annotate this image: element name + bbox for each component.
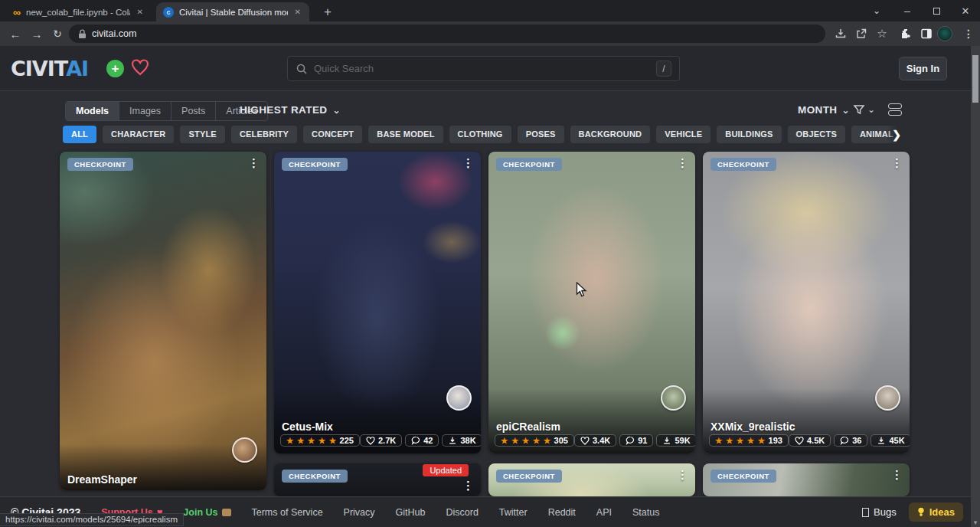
model-card-dreamshaper[interactable]: CHECKPOINT ⋮ DreamShaper [60,152,266,490]
card-menu-dots-icon[interactable]: ⋮ [462,479,474,493]
downloads-pill: 45K [871,434,910,447]
footer-link-api[interactable]: API [596,507,612,518]
period-dropdown[interactable]: MONTH ⌄ [798,104,850,116]
creator-avatar[interactable] [446,385,472,411]
chip-poses[interactable]: POSES [518,126,564,143]
chip-all[interactable]: ALL [63,126,96,143]
page-scrollbar[interactable]: ▾ [971,46,980,527]
star-icon: ★ [758,436,766,445]
footer-link-twitter[interactable]: Twitter [499,507,528,518]
model-card-epicrealism[interactable]: CHECKPOINT ⋮ epiCRealism ★★★★★ 305 3.4K … [488,152,695,453]
chip-background[interactable]: BACKGROUND [570,126,651,143]
share-icon[interactable] [851,21,871,46]
model-type-badge: CHECKPOINT [282,158,348,171]
colab-icon: ∞ [13,7,21,18]
scrollbar-down-arrow-icon[interactable]: ▾ [971,519,980,526]
card-menu-dots-icon[interactable]: ⋮ [248,156,260,170]
model-stats-row: ★★★★★ 193 4.5K 36 45K [709,434,903,447]
model-card-partial[interactable]: CHECKPOINT ⋮ [488,463,695,496]
chip-clothing[interactable]: CLOTHING [449,126,511,143]
new-tab-button[interactable]: + [318,3,337,21]
window-menu-chevron-icon[interactable]: ⌄ [864,0,890,21]
comment-icon [626,436,635,445]
window-close-button[interactable]: ✕ [952,0,978,21]
window-minimize-button[interactable]: – [894,0,920,21]
card-menu-dots-icon[interactable]: ⋮ [677,156,688,170]
chip-buildings[interactable]: BUILDINGS [717,126,781,143]
quick-search-box[interactable]: / [287,56,680,81]
chip-style[interactable]: STYLE [180,126,224,143]
bugs-button[interactable]: Bugs [862,506,897,518]
stat-pill-group: 2.7K 42 38K [360,434,481,447]
extensions-puzzle-icon[interactable] [896,21,916,46]
card-menu-dots-icon[interactable]: ⋮ [891,156,903,170]
address-bar[interactable]: civitai.com [69,25,825,43]
creator-avatar[interactable] [875,385,900,411]
download-tray-icon[interactable] [831,21,851,46]
browser-tab-colab[interactable]: ∞ new_colab_file.ipynb - Colaborat ✕ [6,2,152,21]
sort-dropdown[interactable]: HIGHEST RATED ⌄ [240,104,341,116]
chips-scroll-right-caret-icon[interactable]: ❯ [887,126,906,144]
back-button[interactable]: ← [5,21,26,46]
model-stats-row: ★★★★★ 305 3.4K 91 59K [495,434,689,447]
footer-link-status[interactable]: Status [632,507,659,518]
browser-menu-dots-icon[interactable]: ⋮ [959,21,978,46]
bookmark-star-icon[interactable]: ☆ [872,21,892,46]
star-icon: ★ [533,436,541,445]
footer-link-privacy[interactable]: Privacy [344,507,375,518]
card-menu-dots-icon[interactable]: ⋮ [677,468,688,482]
tab-models[interactable]: Models [66,102,119,120]
model-preview-image [60,152,266,490]
civitai-logo[interactable]: CIVITAI [11,57,88,80]
model-card-cetus-mix[interactable]: CHECKPOINT ⋮ Cetus-Mix ★★★★★ 225 2.7K 42 [274,152,481,453]
chip-vehicle[interactable]: VEHICLE [656,126,710,143]
model-type-badge: CHECKPOINT [496,470,562,483]
model-stats-row: ★★★★★ 225 2.7K 42 38K [280,434,475,447]
rating-pill: ★★★★★ 305 [495,434,574,447]
chip-concept[interactable]: CONCEPT [303,126,362,143]
sign-in-button[interactable]: Sign In [899,57,947,80]
creator-avatar[interactable] [232,437,257,463]
model-card-partial[interactable]: CHECKPOINT Updated ⋮ [274,463,481,496]
filter-dropdown[interactable]: ⌄ [853,103,875,116]
close-icon[interactable]: ✕ [136,8,145,16]
link-status-bar: https://civitai.com/models/25694/epicrea… [0,513,184,526]
creator-avatar[interactable] [661,385,686,411]
side-panel-icon[interactable] [916,21,936,46]
favorites-heart-icon[interactable] [131,59,149,79]
chip-objects[interactable]: OBJECTS [788,126,845,143]
downloads-count: 38K [460,436,475,445]
tab-posts[interactable]: Posts [172,102,216,120]
search-input[interactable] [314,63,650,74]
card-menu-dots-icon[interactable]: ⋮ [891,468,903,482]
model-card-xxmix-9realistic[interactable]: CHECKPOINT ⋮ XXMix_9realistic ★★★★★ 193 … [703,152,910,453]
chip-character[interactable]: CHARACTER [103,126,174,143]
tab-images[interactable]: Images [119,102,172,120]
upload-plus-button[interactable]: + [106,60,124,77]
ideas-button[interactable]: Ideas [909,502,963,522]
footer-link-github[interactable]: GitHub [396,507,426,518]
scrollbar-thumb[interactable] [972,55,978,103]
chip-celebrity[interactable]: CELEBRITY [231,126,297,143]
footer-link-join-us[interactable]: Join Us [183,507,230,518]
window-maximize-button[interactable] [923,0,949,21]
layout-toggle-button[interactable] [888,103,902,116]
close-icon[interactable]: ✕ [293,8,302,16]
footer-link-reddit[interactable]: Reddit [548,507,576,518]
browser-profile-avatar[interactable] [937,26,952,41]
bug-icon [862,508,869,517]
model-type-badge: CHECKPOINT [710,158,776,171]
browser-tab-civitai[interactable]: c Civitai | Stable Diffusion models, ✕ [156,2,309,21]
rating-pill: ★★★★★ 193 [709,434,789,447]
footer-link-discord[interactable]: Discord [446,507,478,518]
footer-link-terms[interactable]: Terms of Service [252,507,323,518]
civitai-favicon-icon: c [163,7,174,18]
star-icon: ★ [318,436,326,445]
model-card-partial[interactable]: CHECKPOINT ⋮ [703,463,910,496]
card-menu-dots-icon[interactable]: ⋮ [462,156,474,170]
star-icon: ★ [747,436,755,445]
chip-base-model[interactable]: BASE MODEL [368,126,443,143]
star-icon: ★ [501,436,508,445]
forward-button[interactable]: → [26,21,47,46]
reload-button[interactable]: ↻ [47,21,68,46]
